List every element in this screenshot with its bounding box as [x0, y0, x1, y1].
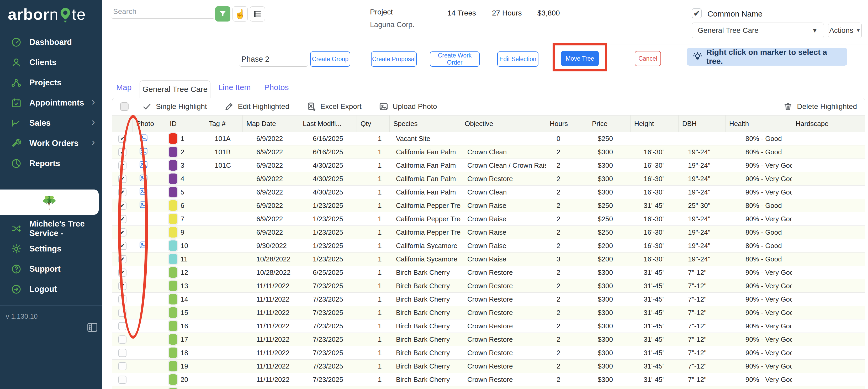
- table-row[interactable]: 18 11/11/2022 7/23/2025 1 Birch Bark Che…: [112, 346, 865, 360]
- table-row[interactable]: 9 6/9/2022 1/23/2025 1 California Pepper…: [112, 226, 865, 239]
- tab-line-item[interactable]: Line Item: [218, 83, 251, 92]
- id-color-swatch[interactable]: [169, 348, 177, 358]
- table-row[interactable]: 6 6/9/2022 1/23/2025 1 California Pepper…: [112, 199, 865, 212]
- table-row[interactable]: 17 11/11/2022 7/23/2025 1 Birch Bark Che…: [112, 333, 865, 346]
- photo-icon[interactable]: [139, 160, 148, 171]
- tab-photos[interactable]: Photos: [264, 83, 289, 92]
- row-checkbox[interactable]: [118, 282, 126, 290]
- row-checkbox[interactable]: [118, 349, 126, 357]
- sidebar-item-work-orders[interactable]: Work Orders ›: [0, 133, 102, 153]
- id-color-swatch[interactable]: [169, 294, 177, 304]
- id-color-swatch[interactable]: [169, 361, 177, 371]
- table-row[interactable]: 13 11/11/2022 7/23/2025 1 Birch Bark Che…: [112, 279, 865, 293]
- id-color-swatch[interactable]: [169, 334, 177, 345]
- row-checkbox[interactable]: [118, 335, 126, 343]
- edit-selection-button[interactable]: Edit Selection: [497, 52, 538, 67]
- table-row[interactable]: 5 6/9/2022 4/30/2025 1 California Fan Pa…: [112, 186, 865, 199]
- table-row[interactable]: 10 9/30/2022 1/23/2025 1 California Syca…: [112, 239, 865, 252]
- row-checkbox[interactable]: [118, 188, 126, 196]
- id-color-swatch[interactable]: [169, 133, 177, 144]
- search-input[interactable]: [112, 5, 214, 19]
- sidebar-item-reports[interactable]: Reports: [0, 153, 102, 174]
- table-row[interactable]: 19 11/11/2022 7/23/2025 1 Birch Bark Che…: [112, 360, 865, 373]
- id-color-swatch[interactable]: [169, 214, 177, 224]
- common-name-checkbox[interactable]: [692, 8, 702, 19]
- row-checkbox[interactable]: [118, 269, 126, 277]
- delete-highlighted-button[interactable]: Delete Highlighted: [783, 102, 857, 111]
- id-color-swatch[interactable]: [169, 200, 177, 211]
- filter-button[interactable]: [215, 6, 230, 22]
- header-price[interactable]: Price: [588, 116, 630, 132]
- cancel-button[interactable]: Cancel: [635, 51, 661, 66]
- photo-icon[interactable]: [139, 133, 148, 144]
- sidebar-item-logout[interactable]: Logout: [0, 279, 102, 299]
- table-row[interactable]: 7 6/9/2022 1/23/2025 1 California Pepper…: [112, 212, 865, 226]
- header-height[interactable]: Height: [630, 116, 679, 132]
- row-checkbox[interactable]: [118, 295, 126, 303]
- header-qty[interactable]: Qty: [357, 116, 390, 132]
- header-hours[interactable]: Hours: [546, 116, 588, 132]
- create-group-button[interactable]: Create Group: [310, 52, 350, 67]
- sidebar-collapse-icon[interactable]: [87, 322, 98, 332]
- table-row[interactable]: 21 11/11/2022 7/23/2025 1 Birch Bark Che…: [112, 386, 865, 389]
- header-photo[interactable]: Photo: [132, 116, 166, 132]
- table-row[interactable]: 3 101C 6/9/2022 4/30/2025 1 California F…: [112, 159, 865, 172]
- table-row[interactable]: 11 10/28/2022 1/23/2025 1 California Syc…: [112, 252, 865, 266]
- id-color-swatch[interactable]: [169, 267, 177, 278]
- table-row[interactable]: 15 11/11/2022 7/23/2025 1 Birch Bark Che…: [112, 306, 865, 320]
- sidebar-item-sales[interactable]: Sales ›: [0, 113, 102, 133]
- actions-button[interactable]: Actions ▼: [828, 23, 862, 38]
- table-row[interactable]: 4 6/9/2022 4/30/2025 1 California Fan Pa…: [112, 172, 865, 186]
- tab-map[interactable]: Map: [116, 83, 131, 92]
- id-color-swatch[interactable]: [169, 227, 177, 238]
- header-species[interactable]: Species: [390, 116, 461, 132]
- id-color-swatch[interactable]: [169, 280, 177, 291]
- list-view-button[interactable]: [250, 6, 265, 22]
- row-checkbox[interactable]: [118, 161, 126, 170]
- row-checkbox[interactable]: [118, 309, 126, 317]
- table-row[interactable]: 20 11/11/2022 7/23/2025 1 Birch Bark Che…: [112, 373, 865, 386]
- table-row[interactable]: 1 101A 6/9/2022 6/16/2025 1 Vacant Site …: [112, 132, 865, 145]
- edit-highlighted-button[interactable]: Edit Highlighted: [224, 102, 289, 111]
- row-checkbox[interactable]: [118, 148, 126, 156]
- excel-export-button[interactable]: Excel Export: [307, 102, 362, 111]
- row-checkbox[interactable]: [118, 134, 126, 143]
- photo-icon[interactable]: [139, 174, 148, 184]
- id-color-swatch[interactable]: [169, 374, 177, 385]
- row-checkbox[interactable]: [118, 255, 126, 263]
- sidebar-item-projects[interactable]: Projects: [0, 72, 102, 93]
- row-checkbox[interactable]: [118, 215, 126, 223]
- upload-photo-button[interactable]: Upload Photo: [379, 102, 437, 111]
- photo-icon[interactable]: [139, 241, 148, 251]
- id-color-swatch[interactable]: [169, 240, 177, 251]
- create-work-order-button[interactable]: Create Work Order: [430, 52, 479, 67]
- header-hardscape[interactable]: Hardscape: [792, 116, 865, 132]
- row-checkbox[interactable]: [118, 228, 126, 237]
- sidebar-item-support[interactable]: Support: [0, 259, 102, 279]
- row-checkbox[interactable]: [118, 362, 126, 370]
- table-row[interactable]: 2 101B 6/9/2022 6/16/2025 1 California F…: [112, 145, 865, 159]
- photo-icon[interactable]: [139, 187, 148, 198]
- header-map-date[interactable]: Map Date: [243, 116, 299, 132]
- single-highlight-button[interactable]: Single Highlight: [142, 102, 207, 111]
- sidebar-item-appointments[interactable]: Appointments ›: [0, 93, 102, 113]
- sidebar-item-clients[interactable]: Clients: [0, 52, 102, 72]
- category-select[interactable]: General Tree Care ▼: [692, 23, 824, 38]
- sidebar-item-dashboard[interactable]: Dashboard: [0, 32, 102, 52]
- header-tag[interactable]: Tag #: [205, 116, 243, 132]
- header-health[interactable]: Health: [725, 116, 792, 132]
- tab-general-tree-care[interactable]: General Tree Care: [140, 80, 211, 98]
- id-color-swatch[interactable]: [169, 187, 177, 198]
- id-color-swatch[interactable]: [169, 321, 177, 331]
- header-last-modified[interactable]: Last Modifi...: [299, 116, 357, 132]
- id-color-swatch[interactable]: [169, 174, 177, 184]
- photo-icon[interactable]: [139, 147, 148, 157]
- photo-icon[interactable]: [139, 201, 148, 211]
- row-checkbox[interactable]: [118, 242, 126, 250]
- sidebar-item-account[interactable]: Michele's Tree Service -: [0, 218, 102, 239]
- id-color-swatch[interactable]: [169, 388, 177, 389]
- id-color-swatch[interactable]: [169, 160, 177, 171]
- id-color-swatch[interactable]: [169, 147, 177, 157]
- table-row[interactable]: 12 10/28/2022 6/25/2025 1 Birch Bark Che…: [112, 266, 865, 279]
- select-all-checkbox[interactable]: [120, 102, 129, 111]
